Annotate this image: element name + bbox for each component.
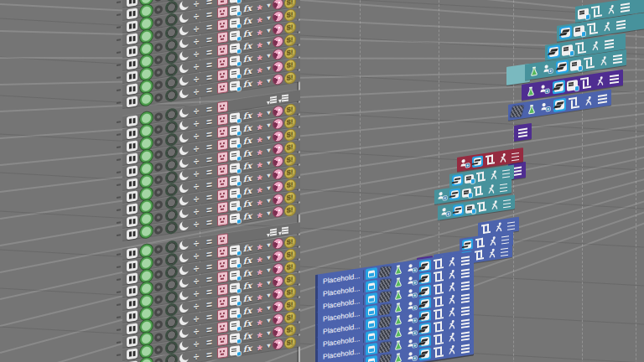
clapper-icon[interactable]: [452, 174, 463, 187]
person-search-icon[interactable]: [538, 82, 551, 96]
runner-icon[interactable]: [446, 344, 458, 357]
crop-icon[interactable]: [433, 345, 444, 359]
runner-icon[interactable]: [493, 220, 504, 233]
menu-icon[interactable]: [596, 91, 609, 106]
crop-icon[interactable]: [574, 41, 587, 55]
clapper-icon[interactable]: [449, 188, 460, 200]
menu-icon[interactable]: [506, 219, 517, 231]
menu-icon[interactable]: [619, 0, 631, 14]
person-search-icon[interactable]: [437, 190, 448, 203]
card-note-icon[interactable]: [465, 173, 474, 184]
runner-icon[interactable]: [486, 183, 496, 195]
person-search-icon[interactable]: [539, 100, 552, 114]
clapper-icon[interactable]: [453, 204, 464, 216]
card-note-icon[interactable]: [567, 79, 578, 90]
runner-icon[interactable]: [497, 152, 508, 164]
menu-icon[interactable]: [499, 245, 510, 257]
menu-block[interactable]: [514, 123, 532, 142]
menu-icon[interactable]: [615, 17, 627, 31]
runner-icon[interactable]: [597, 54, 610, 68]
crop-icon[interactable]: [583, 55, 595, 70]
clapper-icon[interactable]: [472, 155, 483, 168]
person-search-icon[interactable]: [440, 206, 451, 219]
person-search-icon[interactable]: [542, 62, 554, 76]
clapper-icon[interactable]: [559, 25, 572, 39]
menu-icon[interactable]: [501, 197, 512, 209]
hatch-icon[interactable]: [378, 354, 391, 362]
crop-icon[interactable]: [590, 4, 603, 18]
clapper-icon[interactable]: [553, 80, 565, 94]
menu-icon[interactable]: [603, 36, 615, 50]
menu-icon[interactable]: [501, 167, 512, 179]
crop-icon[interactable]: [586, 22, 599, 36]
card-note-icon[interactable]: [574, 25, 584, 37]
card-note-icon[interactable]: [562, 44, 573, 56]
menu-icon[interactable]: [460, 341, 471, 354]
card-note-icon[interactable]: [462, 188, 471, 198]
clapper-icon[interactable]: [548, 44, 560, 59]
crop-icon[interactable]: [579, 75, 592, 90]
runner-icon[interactable]: [488, 168, 499, 181]
node-clusters: Placehold...Placehold...Placehold...Plac…: [0, 0, 644, 362]
menu-icon[interactable]: [517, 125, 529, 139]
canvas-3d-view: ÷=fx*▾S!÷=fx*▾S!÷=fx*▾S!÷=fx*▾S!÷=fx*▾S!…: [0, 0, 644, 362]
hatch-icon[interactable]: [510, 106, 523, 117]
card-note-icon[interactable]: [465, 204, 475, 214]
crop-icon[interactable]: [476, 200, 487, 213]
crop-icon[interactable]: [485, 153, 496, 166]
card-blue-icon[interactable]: [366, 355, 377, 362]
menu-icon[interactable]: [510, 150, 521, 163]
crop-icon[interactable]: [475, 170, 486, 183]
runner-icon[interactable]: [489, 199, 500, 211]
clapper-icon[interactable]: [419, 347, 431, 360]
runner-icon[interactable]: [600, 19, 613, 34]
crop-icon[interactable]: [480, 223, 491, 235]
crop-icon[interactable]: [473, 184, 484, 197]
crop-icon[interactable]: [568, 96, 580, 110]
person-search-icon[interactable]: [406, 349, 418, 362]
runner-icon[interactable]: [605, 3, 617, 17]
runner-icon[interactable]: [582, 94, 595, 108]
menu-icon[interactable]: [608, 71, 621, 85]
flask-icon[interactable]: [525, 102, 538, 116]
flask-icon[interactable]: [527, 64, 540, 78]
runner-icon[interactable]: [589, 39, 601, 53]
card-note-icon[interactable]: [578, 8, 589, 19]
menu-icon[interactable]: [498, 181, 509, 194]
crop-icon[interactable]: [474, 249, 485, 261]
clapper-icon[interactable]: [556, 59, 569, 74]
menu-icon[interactable]: [611, 51, 624, 65]
person-search-icon[interactable]: [460, 158, 470, 170]
runner-icon[interactable]: [486, 247, 497, 260]
runner-icon[interactable]: [594, 74, 606, 88]
flask-icon[interactable]: [524, 84, 537, 98]
card-note-icon[interactable]: [570, 59, 581, 70]
flask-icon[interactable]: [392, 351, 404, 362]
clapper-icon[interactable]: [553, 98, 566, 112]
